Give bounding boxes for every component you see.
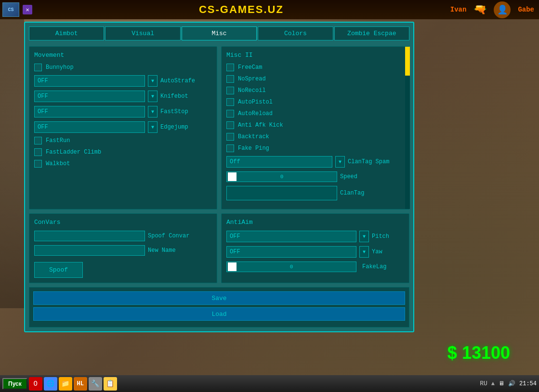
convars-panel: ConVars Spoof Convar New Name Spoof (29, 213, 217, 283)
speed-slider-row: 0 Speed (226, 171, 404, 182)
faststop-arrow[interactable]: ▼ (148, 106, 158, 118)
yaw-arrow[interactable]: ▼ (359, 246, 369, 258)
clantag-spam-dropdown[interactable]: Off (226, 156, 332, 168)
backtrack-label: Backtrack (238, 133, 269, 140)
clantag-input[interactable] (226, 186, 337, 200)
antiaim-title: AntiAim (226, 219, 404, 226)
speed-slider[interactable]: 0 (226, 171, 337, 182)
yaw-label: Yaw (372, 248, 382, 255)
pitch-row: OFF ▼ Pitch (226, 231, 404, 242)
knifebot-label: Knifebot (160, 93, 188, 100)
spoof-button[interactable]: Spoof (34, 262, 83, 278)
autostrafe-dropdown[interactable]: OFF (34, 75, 145, 87)
fakelag-thumb (228, 262, 237, 271)
pitch-dropdown[interactable]: OFF (226, 231, 356, 242)
edgejump-dropdown[interactable]: OFF (34, 121, 145, 133)
user1-name: Ivan (450, 6, 467, 13)
fastrun-checkbox[interactable] (34, 137, 42, 144)
misc2-panel: Misc II FreeCam NoSpread NoRecoil AutoPi… (221, 46, 409, 209)
taskbar-folder-icon[interactable]: 📁 (59, 377, 72, 391)
taskbar-arrow-icon: ▲ (491, 380, 495, 387)
content-area: Movement Bunnyhop OFF ▼ AutoStrafe OFF ▼ (29, 46, 409, 209)
norecoil-row: NoRecoil (226, 87, 404, 94)
misc2-scroll-thumb[interactable] (405, 47, 410, 76)
clantag-spam-arrow[interactable]: ▼ (335, 156, 345, 168)
antiaim-panel: AntiAim OFF ▼ Pitch OFF ▼ Yaw (221, 213, 409, 283)
yaw-row: OFF ▼ Yaw (226, 246, 404, 258)
spoof-convar-row: Spoof Convar (34, 231, 212, 241)
nospread-checkbox[interactable] (226, 75, 234, 83)
autoreload-row: AutoReload (226, 110, 404, 118)
load-button[interactable]: Load (33, 307, 405, 321)
gun-icon: 🔫 (473, 3, 486, 16)
money-display: $ 13100 (447, 343, 510, 363)
spoof-convar-input[interactable] (34, 231, 145, 241)
taskbar-app-icon[interactable]: 📋 (104, 377, 117, 391)
antiafk-checkbox[interactable] (226, 121, 234, 129)
x-icon: ✕ (23, 5, 32, 14)
save-button[interactable]: Save (33, 291, 405, 305)
speed-slider-thumb (228, 172, 237, 181)
pitch-arrow[interactable]: ▼ (359, 231, 369, 242)
halflife-icon: HL (77, 380, 83, 387)
clantag-spam-label: ClanTag Spam (348, 158, 389, 165)
taskbar-chrome-icon[interactable]: 🌐 (44, 377, 57, 391)
opera-icon: O (33, 380, 37, 388)
antiafk-row: Anti Afk Kick (226, 121, 404, 129)
bunnyhop-checkbox[interactable] (34, 64, 42, 71)
fastladder-checkbox[interactable] (34, 148, 42, 156)
autostrafe-row: OFF ▼ AutoStrafe (34, 75, 212, 87)
new-name-label: New Name (148, 247, 176, 254)
fastrun-row: FastRun (34, 137, 212, 144)
autostrafe-label: AutoStrafe (160, 78, 195, 84)
movement-panel: Movement Bunnyhop OFF ▼ AutoStrafe OFF ▼ (29, 46, 217, 209)
tab-colors[interactable]: Colors (258, 26, 333, 40)
knifebot-dropdown[interactable]: OFF (34, 91, 145, 102)
walkbot-checkbox[interactable] (34, 160, 42, 168)
tab-visual[interactable]: Visual (105, 26, 180, 40)
edgejump-row: OFF ▼ Edgejump (34, 121, 212, 133)
bunnyhop-label: Bunnyhop (46, 64, 74, 71)
autopistol-checkbox[interactable] (226, 98, 234, 106)
fakelag-value: 0 (290, 264, 293, 270)
new-name-input[interactable] (34, 245, 145, 256)
fakeping-row: Fake Ping (226, 144, 404, 152)
faststop-row: OFF ▼ FastStop (34, 106, 212, 118)
speed-label: Speed (340, 173, 357, 180)
tab-aimbot[interactable]: Aimbot (29, 26, 104, 40)
autopistol-label: AutoPistol (238, 99, 273, 105)
save-load-panel: Save Load (29, 287, 409, 327)
wrench-icon: 🔧 (91, 379, 99, 388)
autostrafe-arrow[interactable]: ▼ (148, 75, 158, 87)
freecam-checkbox[interactable] (226, 64, 234, 71)
user2-name: Gabe (518, 6, 534, 13)
faststop-dropdown[interactable]: OFF (34, 106, 145, 118)
cs-icon: CS (2, 2, 19, 17)
site-title: CS-GAMES.UZ (32, 3, 450, 16)
knifebot-arrow[interactable]: ▼ (148, 91, 158, 102)
clantag-input-row: ClanTag (226, 186, 404, 200)
fakelag-slider[interactable]: 0 (226, 261, 356, 272)
fakeping-checkbox[interactable] (226, 144, 234, 152)
spoof-convar-label: Spoof Convar (148, 233, 189, 239)
freecam-label: FreeCam (238, 64, 262, 71)
user2-avatar: 👤 (494, 1, 511, 18)
taskbar-browser-icon[interactable]: O (29, 377, 42, 391)
taskbar-time: 21:54 (519, 380, 537, 387)
norecoil-checkbox[interactable] (226, 87, 234, 94)
yaw-dropdown[interactable]: OFF (226, 246, 356, 258)
taskbar-settings-icon[interactable]: 🔧 (89, 377, 102, 391)
tab-zombie[interactable]: Zombie Escpae (334, 26, 409, 40)
autoreload-checkbox[interactable] (226, 110, 234, 118)
tab-misc[interactable]: Misc (182, 26, 257, 40)
start-button[interactable]: Пуск (2, 378, 27, 390)
autoreload-label: AutoReload (238, 110, 273, 117)
top-bar-left: CS ✕ (5, 5, 32, 14)
edgejump-arrow[interactable]: ▼ (148, 121, 158, 133)
backtrack-checkbox[interactable] (226, 133, 234, 141)
fakeping-label: Fake Ping (238, 145, 269, 152)
side-decoration-left (0, 19, 24, 308)
nospread-label: NoSpread (238, 76, 266, 82)
taskbar-hl-icon[interactable]: HL (74, 377, 87, 391)
misc2-scrollbar[interactable] (405, 47, 410, 209)
